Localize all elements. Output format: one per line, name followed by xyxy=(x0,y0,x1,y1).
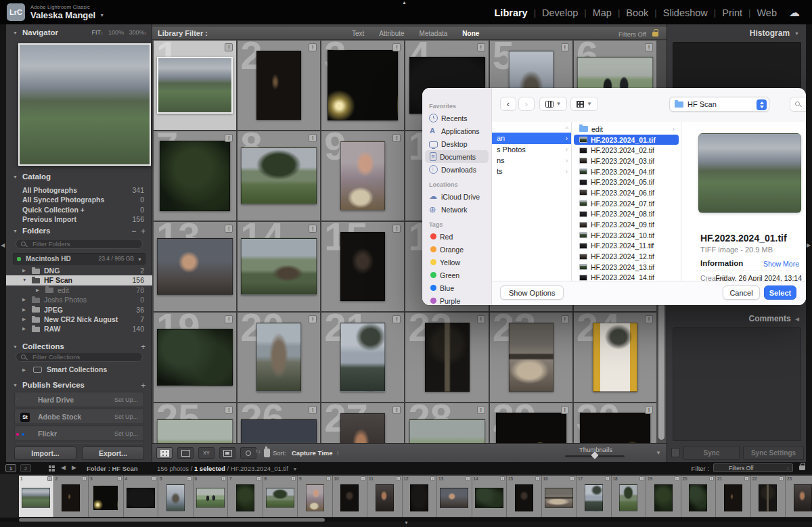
filmstrip-cell[interactable]: 1! xyxy=(19,476,54,517)
metadata-badge-icon[interactable]: ! xyxy=(392,406,401,414)
bottom-panel-collapse-strip[interactable]: ▼ xyxy=(0,522,812,527)
folder-column-row[interactable]: ns› xyxy=(492,155,571,166)
filmstrip-cell[interactable]: 3! xyxy=(89,476,124,517)
metadata-badge-icon[interactable]: ! xyxy=(477,43,485,51)
filter-lock-icon[interactable] xyxy=(799,465,805,470)
dialog-sidebar-item-documents[interactable]: Documents xyxy=(425,150,489,163)
dialog-sidebar-item-icloud-drive[interactable]: iCloud Drive xyxy=(425,190,489,203)
toolbar-options-chevron-icon[interactable]: ▼ xyxy=(656,450,661,456)
metadata-badge-icon[interactable]: ! xyxy=(309,225,317,233)
compare-view-button[interactable]: XY xyxy=(198,447,215,459)
filter-lock-icon[interactable] xyxy=(652,32,658,37)
folders-header[interactable]: ▼Folders − + xyxy=(6,227,152,238)
grid-cell[interactable]: 23! xyxy=(490,313,572,402)
grid-scrollbar-thumb[interactable] xyxy=(658,299,664,440)
grid-cell[interactable]: 24! xyxy=(574,313,656,402)
disclosure-triangle-icon[interactable]: ▶ xyxy=(22,305,26,315)
file-row[interactable]: HF.2023.2024_03.tif xyxy=(574,156,679,166)
metadata-badge-icon[interactable]: ! xyxy=(225,134,233,142)
dialog-sidebar-tag-yellow[interactable]: Yellow xyxy=(425,256,489,269)
metadata-badge-icon[interactable]: ! xyxy=(256,476,261,481)
navigator-header[interactable]: ▼Navigator FIT↕ 100% 300%↕ xyxy=(6,28,152,40)
dialog-sidebar-tag-orange[interactable]: Orange xyxy=(425,243,489,256)
module-print[interactable]: Print xyxy=(722,7,742,18)
folder-row[interactable]: ▶JPEG36 xyxy=(6,305,152,315)
folder-row[interactable]: ▶New CR2 Nick August7 xyxy=(6,315,152,324)
grid-cell[interactable]: 27! xyxy=(321,403,404,443)
file-row[interactable]: HF.2023.2024_07.tif xyxy=(574,198,679,209)
file-row[interactable]: HF.2023.2024_13.tif xyxy=(574,262,679,273)
metadata-badge-icon[interactable]: ! xyxy=(535,476,540,481)
filmstrip-cell[interactable]: 23! xyxy=(786,476,812,517)
publish-setup-link[interactable]: Set Up... xyxy=(114,413,138,420)
dialog-sidebar-item-downloads[interactable]: Downloads xyxy=(425,163,489,176)
metadata-badge-icon[interactable]: ! xyxy=(225,315,233,323)
folder-row[interactable]: ▶RAW140 xyxy=(6,324,152,334)
file-row[interactable]: HF.2023.2024_05.tif xyxy=(574,177,679,187)
folder-row[interactable]: ▶edit78 xyxy=(6,285,152,295)
metadata-badge-icon[interactable]: ! xyxy=(779,476,784,481)
group-view-button[interactable]: ▼ xyxy=(570,97,598,111)
dialog-sidebar-tag-purple[interactable]: Purple xyxy=(425,294,489,305)
metadata-badge-icon[interactable]: ! xyxy=(392,134,401,142)
grid-sources-icon[interactable] xyxy=(49,465,55,472)
filmstrip-cell[interactable]: 14! xyxy=(472,476,508,517)
grid-cell[interactable]: 14! xyxy=(238,222,320,311)
dialog-sidebar-tag-blue[interactable]: Blue xyxy=(425,281,489,294)
metadata-badge-icon[interactable]: ! xyxy=(221,476,226,481)
dialog-search-input[interactable]: Search xyxy=(790,97,806,112)
publish-setup-link[interactable]: Set Up... xyxy=(114,396,138,403)
metadata-badge-icon[interactable]: ! xyxy=(645,406,653,414)
grid-cell[interactable]: 19! xyxy=(154,313,236,402)
filmstrip-cell[interactable]: 18! xyxy=(612,476,647,517)
publish-add-button[interactable]: + xyxy=(141,381,145,390)
metadata-badge-icon[interactable]: ! xyxy=(477,406,485,414)
grid-cell[interactable]: 13! xyxy=(154,222,236,311)
folder-column-row[interactable]: › xyxy=(492,122,571,133)
publish-service-row[interactable]: StAdobe StockSet Up... xyxy=(14,409,144,424)
filter-option-metadata[interactable]: Metadata xyxy=(420,30,448,37)
grid-cell[interactable]: 1! xyxy=(154,41,236,130)
filmstrip-cell[interactable]: 13! xyxy=(437,476,472,517)
show-more-link[interactable]: Show More xyxy=(763,260,799,268)
metadata-badge-icon[interactable]: ! xyxy=(645,315,653,323)
volume-row[interactable]: Macintosh HD 23.4 / 995 GB ▼ xyxy=(13,253,145,265)
metadata-badge-icon[interactable]: ! xyxy=(392,225,401,233)
grid-cell[interactable]: 21! xyxy=(321,313,404,402)
grid-cell[interactable]: 9! xyxy=(321,131,404,221)
grid-cell[interactable]: 25! xyxy=(154,403,236,443)
metadata-badge-icon[interactable]: ! xyxy=(639,476,644,481)
filmstrip-cell[interactable]: 21! xyxy=(716,476,751,517)
disclosure-triangle-icon[interactable]: ▶ xyxy=(36,285,39,295)
folders-add-remove-buttons[interactable]: − + xyxy=(131,227,145,236)
histogram-header[interactable]: Histogram▼ xyxy=(750,28,799,38)
metadata-badge-icon[interactable]: ! xyxy=(430,476,435,481)
filmstrip-cell[interactable]: 6! xyxy=(194,476,229,517)
right-panel-collapse-strip[interactable]: ▶ xyxy=(806,24,812,462)
metadata-badge-icon[interactable]: ! xyxy=(117,476,122,481)
folder-row[interactable]: ▶Joshs Photos0 xyxy=(6,295,152,304)
grid-cell[interactable]: 7! xyxy=(154,131,236,221)
metadata-badge-icon[interactable]: ! xyxy=(392,43,401,51)
status-folder[interactable]: Folder : HF Scan xyxy=(87,465,137,472)
metadata-badge-icon[interactable]: ! xyxy=(392,315,401,323)
grid-view-button[interactable] xyxy=(156,447,173,459)
module-develop[interactable]: Develop xyxy=(542,7,578,18)
metadata-badge-icon[interactable]: ! xyxy=(500,476,505,481)
filmstrip-cell[interactable]: 7! xyxy=(228,476,263,517)
grid-cell[interactable]: 3! xyxy=(321,41,404,130)
metadata-badge-icon[interactable]: ! xyxy=(477,315,485,323)
cloud-sync-icon[interactable]: ☁ xyxy=(789,6,800,19)
metadata-badge-icon[interactable]: ! xyxy=(225,406,233,414)
metadata-badge-icon[interactable]: ! xyxy=(291,476,296,481)
metadata-badge-icon[interactable]: ! xyxy=(309,43,317,51)
module-web[interactable]: Web xyxy=(757,7,777,18)
grid-cell[interactable]: 26! xyxy=(238,403,320,443)
catalog-header[interactable]: ▼Catalog xyxy=(6,173,152,184)
sync-settings-button[interactable]: Sync Settings xyxy=(743,446,804,460)
filmstrip-cell[interactable]: 16! xyxy=(542,476,577,517)
module-slideshow[interactable]: Slideshow xyxy=(663,7,708,18)
metadata-badge-icon[interactable]: ! xyxy=(466,476,470,481)
smart-collections-row[interactable]: ▶ Smart Collections xyxy=(6,365,152,375)
comments-header[interactable]: Comments◀ xyxy=(749,314,799,323)
